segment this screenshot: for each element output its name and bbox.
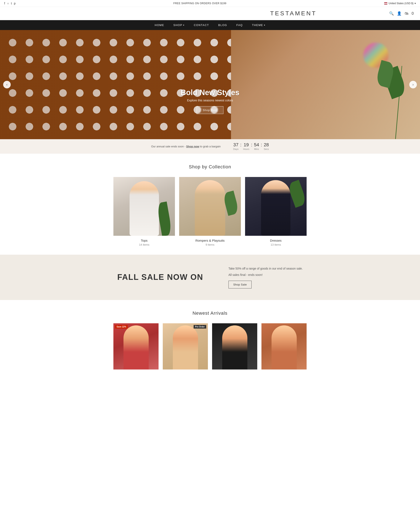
hero-background — [0, 30, 420, 139]
fall-sale-section: FALL SALE NOW ON Take 50% off a range of… — [0, 255, 420, 300]
arrival-badge-1: Save 22% — [115, 325, 128, 329]
fall-sale-title: FALL SALE NOW ON — [117, 273, 203, 282]
countdown-secs: 28 Secs — [264, 143, 269, 150]
nav-item-shop[interactable]: SHOP ▾ — [169, 20, 189, 30]
arrival-item-4[interactable] — [262, 323, 306, 369]
locale-selector[interactable]: United States (USD $) ▾ — [384, 2, 416, 5]
hero-next-button[interactable]: › — [409, 81, 417, 88]
collection-dresses-name: Dresses — [245, 239, 306, 242]
twitter-icon[interactable]: t — [11, 2, 12, 5]
top-bar: f ○ t p FREE SHIPPING ON ORDERS OVER $19… — [0, 0, 420, 7]
arrival-model-2 — [173, 325, 198, 369]
nav-item-theme[interactable]: THEME ▾ — [247, 20, 270, 30]
nav-item-faq[interactable]: FAQ — [232, 20, 247, 30]
collections-title: Shop by Collection — [6, 164, 414, 170]
countdown-bar: Our annual sale ends soon - Shop now to … — [0, 139, 420, 154]
collection-rompers-count: 9 items — [179, 243, 241, 246]
collection-dresses-image — [245, 177, 306, 236]
search-icon[interactable]: 🔍 — [389, 11, 394, 16]
instagram-icon[interactable]: ○ — [7, 2, 9, 5]
arrival-item-1[interactable]: Save 22% — [114, 323, 158, 369]
arrival-model-1 — [123, 325, 149, 369]
arrival-image-2: Pre Order — [163, 323, 208, 369]
collection-dresses-count: 13 items — [245, 243, 306, 246]
shop-chevron-icon: ▾ — [183, 24, 184, 26]
hero-content: Bold New Styles Explore this seasons new… — [181, 88, 239, 114]
figure-rompers — [195, 180, 225, 236]
arrival-item-3[interactable] — [212, 323, 257, 369]
countdown-hours: 19 Hours — [243, 143, 249, 150]
hero-prev-button[interactable]: ‹ — [3, 81, 11, 88]
arrival-image-1: Save 22% — [114, 323, 158, 369]
collection-tops-name: Tops — [114, 239, 175, 242]
cart-count: 0 — [411, 11, 414, 16]
hero-overlay — [0, 30, 420, 139]
account-icon[interactable]: 👤 — [397, 11, 402, 16]
nav-item-blog[interactable]: BLOG — [214, 20, 232, 30]
fall-sale-desc-1: Take 50% off a range of goods in our end… — [228, 266, 303, 271]
hero-title: Bold New Styles — [181, 88, 239, 97]
facebook-icon[interactable]: f — [4, 2, 5, 5]
collection-dresses[interactable]: Dresses 13 items — [245, 177, 306, 246]
hero-subtitle: Explore this seasons newest colors — [181, 99, 239, 102]
collection-rompers-image — [179, 177, 241, 236]
nav-item-contact[interactable]: CONTACT — [189, 20, 214, 30]
countdown-timer: 37 Days : 19 Hours : 54 Mins : 28 Secs — [233, 143, 269, 150]
pinterest-icon[interactable]: p — [14, 2, 16, 5]
arrival-item-2[interactable]: Pre Order — [163, 323, 208, 369]
main-nav: HOME SHOP ▾ CONTACT BLOG FAQ THEME ▾ — [0, 20, 420, 30]
arrivals-grid: Save 22% Pre Order — [114, 323, 306, 369]
collection-tops-count: 14 items — [114, 243, 175, 246]
collection-tops-image — [114, 177, 175, 236]
countdown-sep-1: : — [240, 143, 242, 147]
arrival-badge-2: Pre Order — [194, 325, 206, 329]
countdown-shop-link[interactable]: Shop now — [186, 145, 199, 148]
fall-sale-button[interactable]: Shop Sale — [228, 281, 252, 288]
arrivals-section: Newest Arrivals Save 22% Pre Order — [0, 300, 420, 378]
countdown-days: 37 Days — [233, 143, 239, 150]
header-actions: 🔍 👤 🛍 0 — [389, 11, 414, 16]
hero-section: Bold New Styles Explore this seasons new… — [0, 30, 420, 139]
fall-sale-desc-2: All sales final - ends soon! — [228, 272, 303, 277]
arrival-image-3 — [212, 323, 257, 369]
social-links[interactable]: f ○ t p — [4, 2, 16, 5]
collection-tops[interactable]: Tops 14 items — [114, 177, 175, 246]
shipping-notice: FREE SHIPPING ON ORDERS OVER $199 — [173, 2, 226, 5]
arrival-model-4 — [271, 325, 297, 369]
countdown-mins: 54 Mins — [254, 143, 259, 150]
countdown-sep-2: : — [251, 143, 252, 147]
locale-chevron-icon: ▾ — [415, 2, 416, 5]
collections-section: Shop by Collection Tops 14 items Rompers… — [0, 154, 420, 255]
fall-sale-right: Take 50% off a range of goods in our end… — [228, 266, 303, 288]
figure-dresses — [261, 180, 290, 236]
header: TESTAMENT 🔍 👤 🛍 0 — [0, 7, 420, 20]
collection-rompers-name: Rompers & Playsuits — [179, 239, 241, 242]
hero-cta-button[interactable]: Shop Rust — [197, 106, 223, 114]
arrival-image-4 — [262, 323, 306, 369]
arrivals-title: Newest Arrivals — [6, 311, 414, 316]
countdown-sep-3: : — [261, 143, 262, 147]
collection-rompers[interactable]: Rompers & Playsuits 9 items — [179, 177, 241, 246]
theme-chevron-icon: ▾ — [264, 24, 265, 26]
flag-icon — [384, 2, 387, 5]
figure-tops — [130, 181, 159, 236]
site-logo[interactable]: TESTAMENT — [198, 10, 389, 17]
nav-item-home[interactable]: HOME — [150, 20, 169, 30]
collections-grid: Tops 14 items Rompers & Playsuits 9 item… — [114, 177, 306, 246]
countdown-text: Our annual sale ends soon - Shop now to … — [151, 145, 221, 148]
arrival-model-3 — [222, 325, 247, 369]
cart-icon[interactable]: 🛍 — [405, 11, 408, 16]
